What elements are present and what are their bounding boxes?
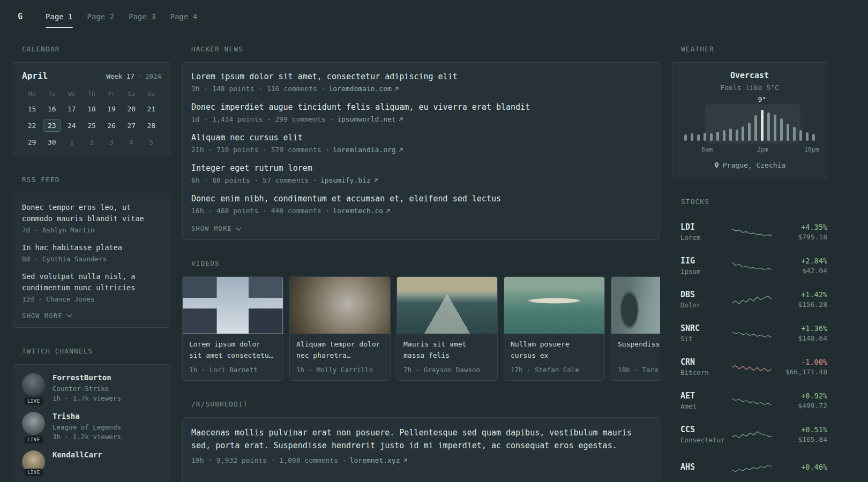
tab-page-2[interactable]: Page 2 xyxy=(87,0,115,33)
hn-story-source-link[interactable]: loremtech.co xyxy=(333,207,391,215)
stock-values: +2.84% $42.04 xyxy=(772,257,827,275)
video-meta: 17h · Stefan Cole xyxy=(504,362,604,380)
tab-page-3[interactable]: Page 3 xyxy=(129,0,156,33)
hn-show-more-button[interactable]: SHOW MORE xyxy=(191,225,242,232)
twitch-channel-row[interactable]: LIVE ForrestBurton Counter-Strike 1h · 1… xyxy=(22,373,161,402)
video-card[interactable]: Suspendisse diam 18h · Tara xyxy=(611,276,660,381)
hn-story-domain: loremtech.co xyxy=(333,207,383,215)
video-title[interactable]: Lorem ipsum dolor sit amet consectetu… xyxy=(183,334,283,362)
stock-name: Ipsum xyxy=(680,267,732,275)
hn-story-meta: 6h · 60 points · 57 comments · ipsumify.… xyxy=(191,176,651,184)
app-logo[interactable]: G xyxy=(18,12,23,21)
stock-row[interactable]: AET Amet +0.92% $499.72 xyxy=(672,383,827,417)
twitch-channel-row[interactable]: LIVE KendallCarr xyxy=(22,450,161,473)
stock-id: DBS Dolor xyxy=(680,290,732,309)
stock-change: -1.00% xyxy=(772,358,827,366)
stock-row[interactable]: IIG Ipsum +2.84% $42.04 xyxy=(672,248,827,282)
calendar-day: 15 xyxy=(22,101,42,117)
stock-name: Consectetur xyxy=(680,436,732,444)
stock-name: Sit xyxy=(680,335,732,343)
hn-story-source-link[interactable]: ipsumworld.net xyxy=(337,115,403,123)
weather-hour-bar xyxy=(684,134,687,141)
stock-sparkline xyxy=(732,224,772,239)
video-card[interactable]: Aliquam tempor dolor nec pharetra… 1h · … xyxy=(289,276,391,381)
stock-id: AET Amet xyxy=(680,391,732,410)
video-card[interactable]: Lorem ipsum dolor sit amet consectetu… 1… xyxy=(182,276,283,381)
stock-row[interactable]: DBS Dolor +1.42% $156.28 xyxy=(672,282,827,316)
rss-item[interactable]: In hac habitasse platea 8d · Cynthia Sau… xyxy=(22,242,161,263)
calendar-year-label: · 2024 xyxy=(137,72,161,80)
subreddit-post-stats: 19h · 9,932 points · 1,090 comments · xyxy=(191,456,347,464)
stock-row[interactable]: CCS Consectetur +0.51% $165.84 xyxy=(672,417,827,451)
hn-story-source-link[interactable]: loremdomain.com xyxy=(328,85,399,93)
hn-story-title[interactable]: Donec enim nibh, condimentum et accumsan… xyxy=(191,193,651,205)
twitch-avatar-wrap: LIVE xyxy=(22,412,46,441)
twitch-channel-name[interactable]: KendallCarr xyxy=(53,450,102,459)
video-title[interactable]: Aliquam tempor dolor nec pharetra… xyxy=(290,334,390,362)
twitch-channel-name[interactable]: ForrestBurton xyxy=(53,373,121,382)
video-card[interactable]: Nullam posuere cursus ex 17h · Stefan Co… xyxy=(504,276,605,381)
hn-story-title[interactable]: Integer eget rutrum lorem xyxy=(191,163,651,174)
weather-hour-bar xyxy=(691,133,693,141)
stock-symbol: DBS xyxy=(680,290,732,299)
twitch-channel-row[interactable]: LIVE Trisha League of Legends 3h · 1.2k … xyxy=(22,412,161,441)
twitch-channel-meta: 3h · 1.2k viewers xyxy=(53,433,121,441)
tab-page-1[interactable]: Page 1 xyxy=(46,0,73,33)
weekday-label: We xyxy=(62,91,81,97)
stock-row[interactable]: CRN Bitcorn -1.00% $66,171.48 xyxy=(672,350,827,383)
twitch-channel-meta: 1h · 1.7k viewers xyxy=(53,394,121,402)
twitch-widget: TWITCH CHANNELS LIVE ForrestBurton Count… xyxy=(13,347,170,482)
stock-row[interactable]: LDI Lorem +4.35% $795.18 xyxy=(672,215,827,248)
rss-item-title[interactable]: Donec tempor eros leo, ut commodo mauris… xyxy=(22,202,161,224)
weather-feels-like: Feels like 5°C xyxy=(681,84,818,92)
twitch-channel-info: KendallCarr xyxy=(53,450,102,473)
weekday-label: Tu xyxy=(42,91,62,97)
weather-time-label: 6am xyxy=(701,146,713,153)
weather-hour-bar xyxy=(793,127,796,141)
hn-story-meta: 16h · 468 points · 440 comments · loremt… xyxy=(191,207,651,215)
stock-change: +1.42% xyxy=(772,290,827,299)
video-thumbnail xyxy=(611,277,660,334)
hn-story-stats: 3h · 148 points · 116 comments · xyxy=(191,85,325,93)
stock-symbol: IIG xyxy=(680,256,732,266)
hn-story-title[interactable]: Donec imperdiet augue tincidunt felis al… xyxy=(191,102,651,113)
hn-story-title[interactable]: Aliquam nec cursus elit xyxy=(191,132,651,144)
rss-item-title[interactable]: Sed volutpat nulla nisl, a condimentum n… xyxy=(22,271,161,293)
calendar-day: 25 xyxy=(81,117,101,134)
rss-item[interactable]: Donec tempor eros leo, ut commodo mauris… xyxy=(22,202,161,234)
weekday-label: Fr xyxy=(102,91,122,97)
calendar-day: 1 xyxy=(62,134,81,150)
weather-widget: WEATHER Overcast Feels like 5°C 9° 6am2p… xyxy=(672,45,827,178)
calendar-card: April Week 17· 2024 MoTuWeThFrSaSu 15161… xyxy=(13,62,170,156)
hn-story-source-link[interactable]: ipsumify.biz xyxy=(320,176,378,184)
twitch-channel-name[interactable]: Trisha xyxy=(53,412,121,420)
rss-item-title[interactable]: In hac habitasse platea xyxy=(22,242,161,253)
hackernews-widget: HACKER NEWS Lorem ipsum dolor sit amet, … xyxy=(182,45,660,240)
avatar xyxy=(22,412,45,435)
stock-id: LDI Lorem xyxy=(680,222,732,242)
stock-row[interactable]: SNRC Sit +1.36% $148.64 xyxy=(672,316,827,350)
rss-item-meta: 8d · Cynthia Saunders xyxy=(22,255,161,263)
hn-story-title[interactable]: Lorem ipsum dolor sit amet, consectetur … xyxy=(191,71,651,82)
hn-story-source-link[interactable]: loremlandia.org xyxy=(333,146,403,154)
subreddit-post-text[interactable]: Maecenas mollis pulvinar erat non posuer… xyxy=(191,426,651,452)
video-card[interactable]: Mauris sit amet massa felis 7h · Grayson… xyxy=(396,276,498,381)
subreddit-source-link[interactable]: loremnet.xyz xyxy=(350,456,408,464)
rss-item[interactable]: Sed volutpat nulla nisl, a condimentum n… xyxy=(22,271,161,303)
weather-hour-bar xyxy=(729,129,732,141)
stock-change: +0.46% xyxy=(772,463,827,471)
tab-page-4[interactable]: Page 4 xyxy=(170,0,198,33)
hn-story: Lorem ipsum dolor sit amet, consectetur … xyxy=(191,71,651,93)
stock-change: +0.51% xyxy=(772,425,827,434)
stock-sparkline xyxy=(732,359,772,374)
video-title[interactable]: Nullam posuere cursus ex xyxy=(504,334,604,362)
stock-row[interactable]: AHS +0.46% xyxy=(672,451,827,482)
rss-show-more-button[interactable]: SHOW MORE xyxy=(22,312,72,320)
subreddit-card: Maecenas mollis pulvinar erat non posuer… xyxy=(182,417,660,482)
weather-bars xyxy=(684,109,815,141)
weather-time-axis: 6am2pm10pm xyxy=(681,146,818,154)
weather-time-label: 2pm xyxy=(757,146,768,153)
video-title[interactable]: Suspendisse diam xyxy=(611,334,660,362)
video-title[interactable]: Mauris sit amet massa felis xyxy=(397,334,497,362)
rss-item-meta: 12d · Chance Jones xyxy=(22,295,161,303)
